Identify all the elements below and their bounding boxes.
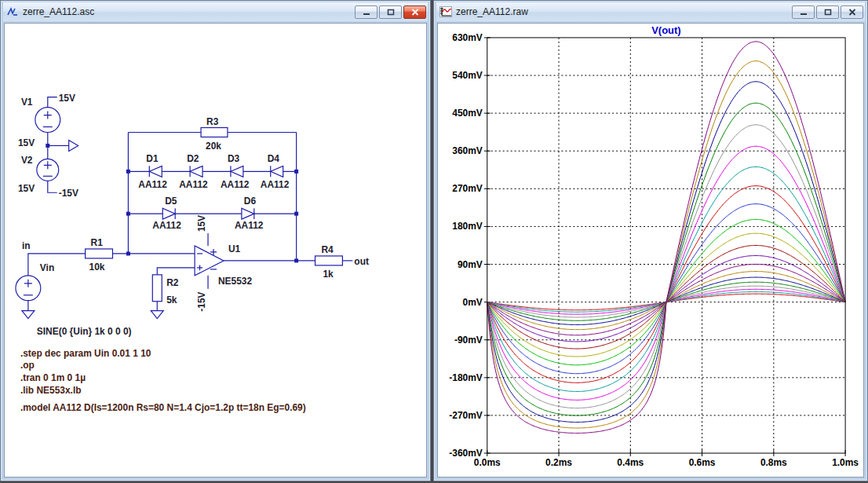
waveform-window-title: zerre_AA112.raw bbox=[456, 6, 528, 17]
restore-icon bbox=[387, 9, 395, 16]
waveform-canvas[interactable] bbox=[437, 23, 864, 478]
restore-button[interactable] bbox=[379, 5, 402, 19]
schematic-window: zerre_AA112.asc bbox=[0, 0, 431, 481]
close-icon bbox=[411, 9, 419, 16]
schematic-file-icon bbox=[5, 5, 20, 18]
close-icon bbox=[848, 9, 856, 16]
restore-icon bbox=[824, 9, 832, 16]
schematic-window-controls bbox=[355, 5, 428, 19]
waveform-window: zerre_AA112.raw V(out) 630mV540mV450mV36… bbox=[433, 0, 868, 481]
schematic-window-title: zerre_AA112.asc bbox=[23, 6, 94, 17]
schematic-titlebar[interactable]: zerre_AA112.asc bbox=[3, 2, 428, 21]
minimize-button[interactable] bbox=[792, 5, 815, 19]
waveform-window-controls bbox=[792, 5, 865, 19]
minimize-button[interactable] bbox=[355, 5, 377, 19]
minimize-icon bbox=[800, 9, 808, 16]
close-button[interactable] bbox=[841, 5, 863, 19]
waveform-titlebar[interactable]: zerre_AA112.raw bbox=[436, 2, 865, 21]
waveform-file-icon bbox=[439, 5, 453, 18]
schematic-canvas[interactable] bbox=[4, 23, 427, 478]
restore-button[interactable] bbox=[816, 5, 839, 19]
close-button[interactable] bbox=[403, 5, 426, 19]
minimize-icon bbox=[363, 9, 370, 16]
